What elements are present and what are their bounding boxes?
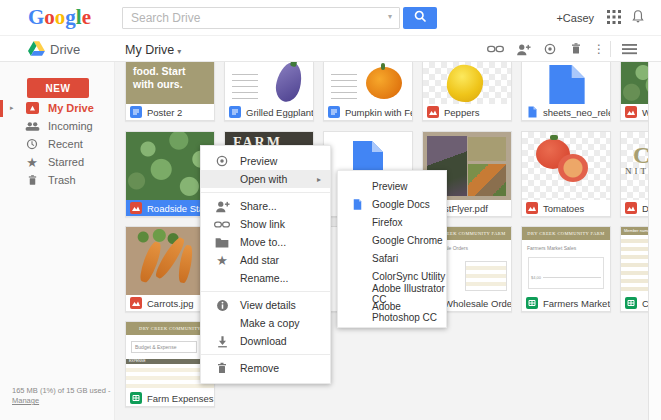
file-name: Farm Expenses: [147, 393, 214, 404]
manage-storage-link[interactable]: Manage: [12, 396, 39, 405]
submenu-item-adobe-photoshop[interactable]: Adobe Photoshop CC: [338, 303, 446, 321]
link-icon: [214, 220, 230, 229]
top-bar: Google ▾ +Casey: [0, 0, 661, 36]
file-thumbnail: [522, 62, 610, 104]
menu-item-remove[interactable]: Remove: [201, 359, 330, 377]
docs-icon: [328, 106, 340, 118]
menu-item-view-details[interactable]: View details: [201, 296, 330, 314]
folder-icon: [214, 237, 230, 248]
submenu-item-google-chrome[interactable]: Google Chrome: [338, 231, 446, 249]
storage-used-text: 165 MB (1%) of 15 GB used -: [12, 386, 110, 395]
menu-item-download[interactable]: Download: [201, 332, 330, 350]
menu-item-label: Firefox: [372, 217, 403, 228]
image-icon: [625, 106, 637, 118]
download-icon: [214, 335, 230, 348]
menu-item-label: Preview: [240, 155, 277, 167]
thumb-text: Farmers Market Sales: [527, 245, 576, 251]
file-name: Peppers: [444, 107, 479, 118]
menu-item-label: Remove: [240, 362, 279, 374]
menu-item-label: Google Chrome: [372, 235, 443, 246]
menu-item-label: Download: [240, 335, 287, 347]
search-scope-chevron-icon[interactable]: ▾: [388, 12, 392, 21]
docs-icon: [229, 106, 241, 118]
file-tile-poster-2[interactable]: food. Start with ours. Poster 2: [125, 62, 215, 121]
menu-item-label: Add star: [240, 254, 279, 266]
list-view-toggle[interactable]: [620, 41, 638, 57]
trash-button[interactable]: [567, 41, 585, 57]
star-icon: ★: [214, 254, 230, 267]
search-input[interactable]: [122, 7, 400, 29]
google-logo[interactable]: Google: [28, 5, 91, 30]
menu-item-label: Safari: [372, 253, 398, 264]
menu-item-open-with[interactable]: Open with ▸: [201, 170, 330, 188]
get-link-button[interactable]: [486, 41, 504, 57]
menu-item-label: ColorSync Utility: [372, 271, 445, 282]
file-name: Carrots.jpg: [147, 298, 193, 309]
preview-button[interactable]: [541, 41, 559, 57]
file-icon: [526, 106, 538, 118]
menu-item-preview[interactable]: Preview: [201, 152, 330, 170]
sheet-thumbnail: DRY CREEK COMMUNITY FARM Farmers Market …: [522, 227, 610, 295]
blue-file-glyph: [549, 65, 585, 104]
menu-item-make-a-copy[interactable]: Make a copy: [201, 314, 330, 332]
submenu-item-firefox[interactable]: Firefox: [338, 213, 446, 231]
file-tile-tomatoes[interactable]: Tomatoes: [521, 131, 611, 217]
file-tile-farmers-market-sales[interactable]: DRY CREEK COMMUNITY FARM Farmers Market …: [521, 226, 611, 312]
drive-logo-icon[interactable]: [28, 41, 45, 60]
scrollbar[interactable]: [648, 62, 661, 420]
new-button[interactable]: NEW: [27, 78, 89, 98]
clock-icon: [24, 138, 40, 150]
notifications-bell-icon[interactable]: [631, 9, 645, 28]
file-tile-pumpkin-with-fennel[interactable]: Pumpkin with Fennel: [323, 62, 413, 121]
account-name[interactable]: +Casey: [556, 12, 594, 24]
sidebar-item-recent[interactable]: Recent: [0, 135, 115, 153]
info-icon: [214, 299, 230, 312]
sidebar: NEW ▸ My Drive Incoming Recent ★ Starred…: [0, 62, 115, 420]
file-tile-sheets-neo-release[interactable]: sheets_neo_release-1...: [521, 62, 611, 121]
recipe-thumbnail: [225, 62, 313, 104]
submenu-item-safari[interactable]: Safari: [338, 249, 446, 267]
people-icon: [24, 121, 40, 132]
menu-item-move-to[interactable]: Move to...: [201, 233, 330, 251]
logo-letter: o: [55, 5, 66, 29]
thumb-text: Budget & Expense: [131, 341, 197, 353]
file-name: Farmers Market Sales: [543, 298, 610, 309]
my-drive-dropdown[interactable]: My Drive▾: [125, 43, 181, 57]
apps-grid-icon[interactable]: [607, 10, 621, 28]
file-name: Poster 2: [147, 107, 182, 118]
star-icon: ★: [24, 156, 40, 169]
add-collaborator-button[interactable]: [514, 41, 532, 57]
menu-item-add-star[interactable]: ★ Add star: [201, 251, 330, 269]
sheets-icon: [130, 392, 142, 404]
file-tile-peppers[interactable]: Peppers: [422, 62, 512, 121]
sidebar-item-starred[interactable]: ★ Starred: [0, 153, 115, 171]
logo-letter: G: [28, 5, 44, 29]
search-button[interactable]: [403, 7, 437, 29]
submenu-item-preview[interactable]: Preview: [338, 177, 446, 195]
file-name: Tomatoes: [543, 203, 584, 214]
menu-item-label: Show link: [240, 218, 285, 230]
sidebar-item-my-drive[interactable]: My Drive: [0, 99, 115, 117]
menu-divider: [201, 291, 330, 292]
file-tile-grilled-eggplant[interactable]: Grilled Eggplant: [224, 62, 314, 121]
menu-item-share[interactable]: Share...: [201, 197, 330, 215]
file-name: sheets_neo_release-1...: [543, 107, 610, 118]
sidebar-item-trash[interactable]: Trash: [0, 171, 115, 189]
google-docs-icon: [350, 199, 364, 210]
menu-item-label: Adobe Photoshop CC: [372, 301, 446, 323]
open-with-submenu: Preview Google Docs Firefox Google Chrom…: [337, 170, 447, 328]
sidebar-item-incoming[interactable]: Incoming: [0, 117, 115, 135]
google-drive-window: Google ▾ +Casey Drive My Drive▾ ⋮ NEW ▸: [0, 0, 661, 420]
sidebar-item-label: Incoming: [48, 120, 93, 132]
file-name: Wholesale Orders: [444, 298, 511, 309]
image-icon: [625, 202, 637, 214]
docs-icon: [130, 106, 142, 118]
menu-item-label: Make a copy: [240, 317, 300, 329]
submenu-item-google-docs[interactable]: Google Docs: [338, 195, 446, 213]
sheets-icon: [625, 297, 637, 309]
more-actions-button[interactable]: ⋮: [590, 41, 608, 57]
menu-item-rename[interactable]: Rename...: [201, 269, 330, 287]
menu-item-show-link[interactable]: Show link: [201, 215, 330, 233]
sheets-icon: [526, 297, 538, 309]
image-icon: [427, 106, 439, 118]
